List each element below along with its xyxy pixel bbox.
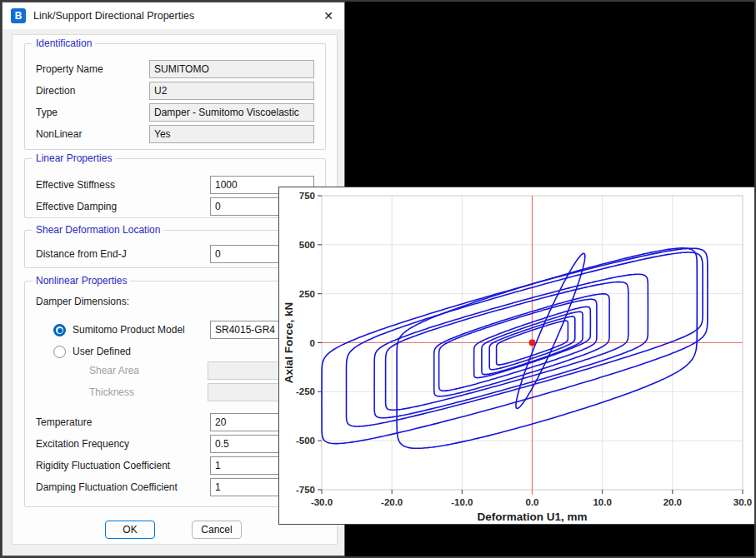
x-tick-label: 10.0: [593, 497, 611, 507]
direction-field: U2: [149, 82, 314, 100]
x-axis-title: Deformation U1, mm: [477, 511, 587, 523]
y-tick-label: 500: [299, 240, 315, 250]
temperature-label: Temperature: [36, 413, 92, 431]
property-name-field: SUMITOMO: [149, 60, 314, 78]
damper-dimensions-label: Damper Dimensions:: [36, 292, 129, 311]
user-defined-radio[interactable]: [53, 346, 66, 358]
type-field: Damper - Sumitomo Viscoelastic: [149, 103, 314, 122]
direction-label: Direction: [36, 82, 75, 100]
damping-fluctuation-label: Damping Fluctuation Coefficient: [36, 478, 178, 496]
effective-stiffness-label: Effective Stiffness: [36, 176, 115, 194]
nonlinear-field: Yes: [149, 125, 314, 143]
hysteresis-loop: [322, 248, 708, 443]
shear-area-label: Shear Area: [89, 361, 139, 380]
dialog-titlebar[interactable]: B Link/Support Directional Properties ✕: [3, 2, 344, 29]
group-nonlinear-properties-title: Nonlinear Properties: [33, 275, 130, 286]
group-identification-title: Identification: [33, 37, 95, 49]
origin-dot: [529, 340, 536, 346]
x-tick-label: 20.0: [663, 497, 682, 507]
rigidity-fluctuation-label: Rigidity Fluctuation Coefficient: [36, 456, 170, 475]
type-label: Type: [36, 103, 58, 122]
excitation-frequency-label: Excitation Frequency: [36, 435, 129, 453]
y-tick-label: -750: [296, 485, 315, 495]
distance-from-endj-label: Distance from End-J: [36, 245, 127, 263]
x-tick-label: -30.0: [311, 497, 333, 507]
app-icon: B: [11, 8, 26, 23]
group-linear-properties-title: Linear Properties: [33, 152, 115, 164]
nonlinear-label: NonLinear: [36, 125, 82, 143]
thickness-label: Thickness: [89, 383, 134, 401]
y-tick-label: -500: [296, 436, 315, 446]
y-tick-label: 0: [310, 338, 315, 348]
y-tick-label: 750: [299, 191, 315, 201]
screen: B Link/Support Directional Properties ✕ …: [0, 0, 756, 558]
group-shear-deformation-title: Shear Deformation Location: [33, 224, 163, 236]
hysteresis-chart: -30.0-20.0-10.00.010.020.030.07505002500…: [279, 187, 756, 524]
sumitomo-product-model-label: Sumitomo Product Model: [73, 321, 185, 339]
effective-damping-label: Effective Damping: [36, 197, 117, 216]
y-axis-title: Axial Force, kN: [283, 302, 295, 384]
x-tick-label: -10.0: [451, 497, 473, 507]
dialog-title: Link/Support Directional Properties: [33, 10, 194, 22]
x-tick-label: -20.0: [381, 497, 403, 507]
sumitomo-product-model-radio[interactable]: [53, 324, 66, 336]
y-tick-label: 250: [299, 289, 315, 299]
hysteresis-loop: [374, 274, 648, 418]
x-tick-label: 30.0: [733, 497, 752, 507]
y-tick-label: -250: [296, 386, 315, 396]
user-defined-label: User Defined: [73, 342, 131, 361]
cancel-button[interactable]: Cancel: [192, 521, 242, 539]
property-name-label: Property Name: [36, 60, 103, 78]
hysteresis-chart-window: -30.0-20.0-10.00.010.020.030.07505002500…: [278, 187, 756, 525]
close-icon[interactable]: ✕: [319, 7, 338, 25]
x-tick-label: 0.0: [526, 497, 539, 507]
ok-button[interactable]: OK: [105, 521, 155, 539]
